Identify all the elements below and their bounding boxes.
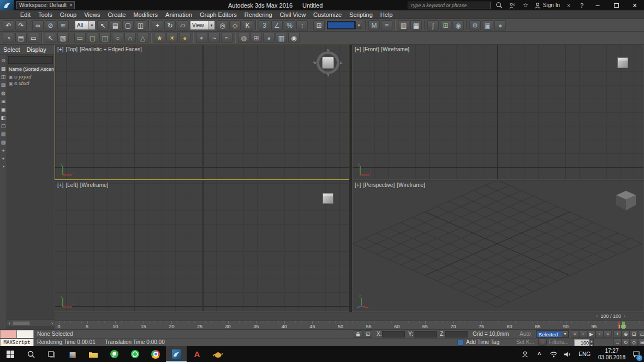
frame-forward-arrow-icon[interactable]: › — [624, 313, 625, 319]
green-messenger-icon[interactable] — [104, 346, 124, 362]
frame-icon[interactable]: ▢ — [0, 122, 7, 130]
help-icon[interactable]: ? — [577, 1, 586, 10]
keyboard-override-icon[interactable]: K — [242, 20, 253, 31]
explorer-menu-display[interactable]: Display — [27, 46, 46, 53]
zoom-all-icon[interactable]: ⊕ — [622, 330, 630, 338]
tray-chevron-up-icon[interactable]: ^ — [534, 346, 545, 362]
autodesk-a-icon[interactable]: A — [187, 346, 207, 362]
spline-tool-icon[interactable]: ~ — [208, 33, 220, 43]
absolute-offset-mode-icon[interactable]: ⊡ — [363, 330, 372, 338]
undo-icon[interactable]: ↶ — [3, 20, 14, 31]
file-explorer-icon[interactable] — [83, 346, 104, 362]
chevron-down-icon[interactable]: ▼ — [562, 331, 568, 337]
explorer-menu-select[interactable]: Select — [3, 46, 20, 53]
viewport-menu-pov[interactable]: [Perspective] — [363, 182, 395, 188]
cone-primitive-icon[interactable]: △ — [137, 33, 148, 43]
scene-explorer-icon[interactable]: ◔ — [3, 33, 14, 43]
sign-in-button[interactable]: Sign In — [534, 2, 560, 9]
minimize-icon[interactable]: – — [591, 1, 605, 10]
language-indicator[interactable]: ENG — [576, 351, 593, 357]
menu-edit[interactable]: Edit — [16, 10, 34, 19]
frame-back-arrow-icon[interactable]: ‹ — [596, 313, 598, 319]
plane-primitive-icon[interactable]: ▭ — [74, 33, 86, 43]
align-icon[interactable]: ≡ — [381, 20, 392, 31]
orange-sphere-icon[interactable]: ● — [179, 33, 190, 43]
display-panel-icon[interactable]: ▥ — [276, 33, 287, 43]
render-production-icon[interactable]: ● — [494, 20, 506, 31]
dome-primitive-icon[interactable]: ∩ — [124, 33, 136, 43]
viewport-menu-pov[interactable]: [Top] — [65, 46, 77, 52]
network-icon[interactable] — [548, 346, 559, 362]
maximize-icon[interactable] — [609, 1, 623, 10]
menu-customize[interactable]: Customize — [309, 10, 345, 19]
scroll-right-arrow-icon[interactable]: › — [50, 321, 55, 326]
calculator-icon[interactable]: ▦ — [62, 346, 83, 362]
wave-tool-icon[interactable]: ≈ — [221, 33, 232, 43]
viewcube[interactable] — [617, 57, 628, 68]
orbit-icon[interactable]: ↻ — [622, 339, 630, 346]
maxscript-listener-label[interactable]: MAXScript — [0, 339, 34, 347]
maxscript-mini-listener-white[interactable] — [16, 330, 34, 339]
menu-help[interactable]: Help — [377, 10, 397, 19]
scrollbar-thumb[interactable] — [13, 321, 30, 325]
star-shape-icon[interactable]: ★ — [154, 33, 165, 43]
target-tool-icon[interactable]: ⌖ — [196, 33, 207, 43]
use-pivot-point-icon[interactable]: ◎ — [217, 20, 228, 31]
sphere-primitive-icon[interactable]: ○ — [112, 33, 123, 43]
favorites-icon[interactable]: ☆ — [521, 1, 530, 10]
viewport-menu-general[interactable]: [+] — [57, 182, 63, 188]
viewport-perspective[interactable]: [+] [Perspective] [Wireframe] z — [352, 180, 644, 312]
viewport-menu-pov[interactable]: [Front] — [363, 46, 379, 52]
next-frame-icon[interactable]: › — [595, 330, 604, 338]
explorer-name-column-header[interactable]: Name (Sorted Ascending) — [7, 66, 55, 73]
chevron-down-icon[interactable]: ▾ — [355, 21, 362, 29]
selection-filter-dropdown[interactable]: All▾ — [75, 21, 96, 30]
layer-manager-icon[interactable]: ▥ — [398, 20, 409, 31]
viewport-canvas-icon[interactable]: ▭ — [28, 33, 39, 43]
mirror-icon[interactable]: M — [368, 20, 380, 31]
window-crossing-icon[interactable]: ◫ — [135, 20, 146, 31]
auto-key-button[interactable]: Auto — [520, 331, 531, 337]
unlink-selection-icon[interactable]: ⊘ — [45, 20, 56, 31]
viewport-left[interactable]: [+] [Left] [Wireframe] y x — [55, 180, 349, 312]
scroll-left-arrow-icon[interactable]: ‹ — [7, 321, 12, 326]
pan-icon[interactable]: ↔ — [613, 339, 622, 346]
select-and-manipulate-icon[interactable]: ◇ — [229, 20, 241, 31]
reference-coordinate-dropdown[interactable]: View▾ — [190, 21, 215, 30]
coord-z-field[interactable] — [445, 331, 468, 337]
coord-x-field[interactable] — [382, 331, 405, 337]
pointer-tool-icon[interactable]: ↖ — [45, 33, 56, 43]
select-by-name-icon[interactable]: ▤ — [110, 20, 121, 31]
select-and-rotate-icon[interactable]: ↻ — [164, 20, 176, 31]
viewcube-top-face[interactable] — [322, 57, 334, 69]
selection-lock-icon[interactable] — [354, 330, 362, 338]
viewport-menu-general[interactable]: [+] — [355, 46, 361, 52]
redo-icon[interactable]: ↷ — [15, 20, 27, 31]
track-bar[interactable]: ‹ 100 / 100 › — [55, 312, 644, 321]
people-icon[interactable] — [520, 346, 530, 362]
angle-snap-icon[interactable]: ∠ — [271, 20, 283, 31]
field-of-view-icon[interactable]: ◇ — [630, 339, 638, 346]
zoom-extents-icon[interactable]: ⊡ — [630, 330, 638, 338]
coord-y-field[interactable] — [414, 331, 437, 337]
menu-rendering[interactable]: Rendering — [241, 10, 276, 19]
info-icon[interactable]: ◉ — [288, 33, 300, 43]
viewport-front[interactable]: [+] [Front] [Wireframe] y x — [352, 45, 644, 180]
viewcube[interactable] — [614, 189, 638, 213]
workspace-dropdown[interactable]: Workspace: Default ▾ — [16, 1, 75, 9]
3dsmax-logo[interactable] — [0, 0, 14, 10]
menu-tools[interactable]: Tools — [34, 10, 56, 19]
edit-named-selection-sets-icon[interactable]: ⊞ — [313, 20, 325, 31]
material-editor-icon[interactable]: ◉ — [452, 20, 464, 31]
viewport-menu-shading[interactable]: [Wireframe] — [397, 182, 425, 188]
key-filters-button[interactable]: Filters... — [549, 339, 569, 345]
curve-editor-icon[interactable]: ∫ — [427, 20, 439, 31]
community-icon[interactable] — [508, 1, 517, 10]
add-grid-icon[interactable]: ⊞ — [0, 98, 7, 106]
viewcube[interactable]: N W E S — [315, 50, 341, 76]
rows-icon[interactable]: ▥ — [0, 130, 7, 138]
zoom-icon[interactable]: + — [613, 330, 622, 338]
whatsapp-icon[interactable] — [124, 346, 145, 362]
spinner-up-icon[interactable]: ▲ — [589, 339, 594, 343]
menu-graph-editors[interactable]: Graph Editors — [196, 10, 241, 19]
